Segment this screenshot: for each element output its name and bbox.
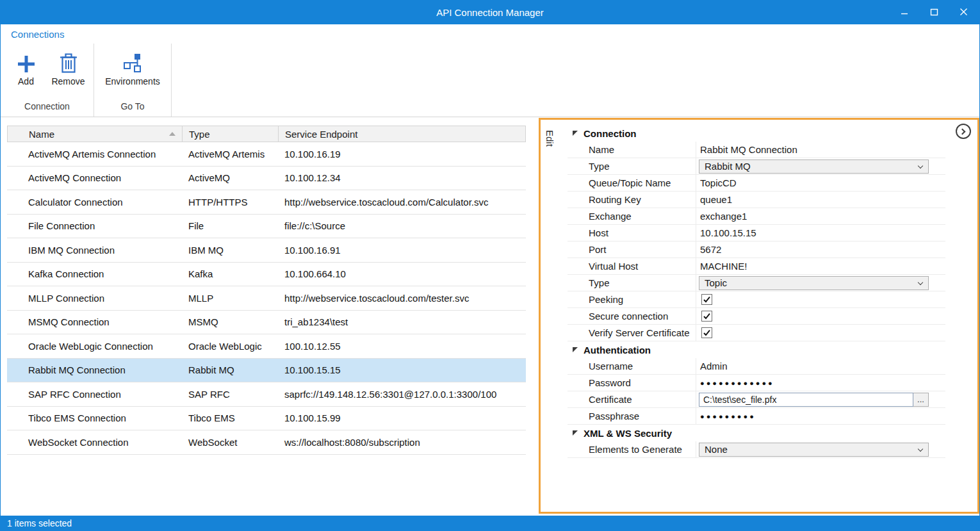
- cell-type: MSMQ: [182, 316, 278, 327]
- masked-password-value[interactable]: ●●●●●●●●●●●●: [700, 379, 774, 387]
- cell-endpoint: 100.10.12.55: [278, 341, 526, 352]
- column-header-endpoint[interactable]: Service Endpoint: [279, 126, 525, 142]
- dropdown[interactable]: Rabbit MQ: [699, 159, 929, 174]
- masked-password-value[interactable]: ●●●●●●●●●: [700, 413, 756, 420]
- dropdown-selected-value: Rabbit MQ: [705, 161, 751, 172]
- property-value: [696, 325, 945, 341]
- cell-type: Rabbit MQ: [182, 364, 278, 375]
- remove-button[interactable]: Remove: [47, 45, 90, 99]
- file-path-input[interactable]: C:\test\sec_file.pfx: [699, 393, 913, 407]
- table-row[interactable]: ActiveMQ Artemis ConnectionActiveMQ Arte…: [7, 142, 526, 167]
- property-value: Admin: [696, 358, 945, 374]
- ribbon-body: Add Remo: [1, 44, 979, 117]
- column-header-endpoint-label: Service Endpoint: [285, 129, 357, 140]
- property-label: Peeking: [568, 291, 696, 307]
- property-label: Elements to Generate: [568, 441, 696, 457]
- checkbox[interactable]: [701, 327, 712, 338]
- edit-tab-label[interactable]: Edit: [544, 130, 555, 147]
- property-row: Peeking: [568, 291, 945, 308]
- table-body: ActiveMQ Artemis ConnectionActiveMQ Arte…: [7, 142, 526, 455]
- cell-name: ActiveMQ Connection: [7, 172, 182, 183]
- value-text[interactable]: Admin: [700, 361, 728, 372]
- tab-connections[interactable]: Connections: [11, 29, 64, 40]
- cell-type: ActiveMQ Artemis: [182, 149, 278, 159]
- dropdown[interactable]: None: [699, 443, 929, 457]
- cell-endpoint: ws://localhost:8080/subscription: [278, 437, 526, 448]
- section-header[interactable]: XML & WS Security: [568, 425, 945, 441]
- section-title: Connection: [584, 128, 637, 139]
- property-label: Verify Server Certificate: [568, 325, 696, 341]
- property-row: Exchangeexchange1: [568, 208, 945, 225]
- checkbox[interactable]: [701, 294, 712, 305]
- table-row[interactable]: MLLP ConnectionMLLPhttp://webservice.tos…: [7, 286, 526, 311]
- cell-type: HTTP/HTTPS: [182, 197, 278, 208]
- minimize-button[interactable]: [890, 0, 919, 24]
- value-text[interactable]: Rabbit MQ Connection: [700, 144, 797, 155]
- value-text[interactable]: TopicCD: [700, 177, 737, 188]
- property-value: TopicCD: [696, 175, 945, 191]
- table-row[interactable]: ActiveMQ ConnectionActiveMQ10.100.12.34: [7, 167, 526, 191]
- maximize-icon: [930, 7, 938, 18]
- table-row[interactable]: Rabbit MQ ConnectionRabbit MQ10.100.15.1…: [7, 359, 526, 383]
- property-row: Passphrase●●●●●●●●●: [568, 408, 945, 425]
- value-text[interactable]: 5672: [700, 244, 721, 255]
- maximize-button[interactable]: [919, 0, 949, 24]
- property-label: Host: [568, 225, 696, 241]
- property-label: Exchange: [568, 208, 696, 224]
- property-value: Rabbit MQ: [696, 158, 945, 174]
- cell-name: File Connection: [7, 220, 182, 231]
- cell-name: MSMQ Connection: [7, 316, 182, 327]
- cell-type: Oracle WebLogic: [182, 341, 278, 352]
- dropdown-selected-value: Topic: [705, 277, 727, 288]
- chevron-right-icon: [960, 128, 966, 135]
- section-collapse-icon: [573, 131, 578, 136]
- environments-button[interactable]: Environments: [97, 45, 168, 99]
- property-label: Passphrase: [568, 408, 696, 424]
- collapse-panel-button[interactable]: [956, 124, 971, 139]
- section-collapse-icon: [573, 430, 578, 436]
- cell-endpoint: http://webservice.toscacloud.com/Calcula…: [278, 197, 526, 208]
- cell-type: Kafka: [182, 268, 278, 279]
- table-row[interactable]: WebSocket ConnectionWebSocketws://localh…: [7, 430, 526, 455]
- cell-endpoint: 10.100.664.10: [278, 268, 526, 279]
- cell-endpoint: http://webservice.toscacloud.com/tester.…: [278, 293, 526, 304]
- remove-button-label: Remove: [51, 76, 85, 86]
- main-area: Name Type Service Endpoint ActiveMQ Arte…: [1, 117, 979, 516]
- chevron-down-icon: [918, 163, 923, 168]
- connections-table: Name Type Service Endpoint ActiveMQ Arte…: [7, 126, 526, 455]
- cell-type: IBM MQ: [182, 245, 278, 256]
- close-button[interactable]: [949, 0, 978, 24]
- table-row[interactable]: Oracle WebLogic ConnectionOracle WebLogi…: [7, 334, 526, 359]
- cell-type: SAP RFC: [182, 389, 278, 400]
- property-value: 10.100.15.15: [696, 225, 945, 241]
- table-row[interactable]: Tibco EMS ConnectionTibco EMS10.100.15.9…: [7, 407, 526, 431]
- value-text[interactable]: MACHINE!: [700, 261, 747, 272]
- property-row: Password●●●●●●●●●●●●: [568, 375, 945, 391]
- table-row[interactable]: MSMQ ConnectionMSMQtri_ab1234\test: [7, 311, 526, 335]
- browse-button[interactable]: ...: [913, 393, 929, 407]
- status-bar: 1 items selected: [1, 516, 979, 531]
- property-value: queue1: [696, 192, 945, 208]
- add-button[interactable]: Add: [5, 45, 47, 99]
- table-row[interactable]: File ConnectionFilefile://c:\Source: [7, 215, 526, 239]
- dropdown[interactable]: Topic: [699, 276, 929, 290]
- value-text[interactable]: 10.100.15.15: [700, 227, 756, 238]
- column-header-type-label: Type: [189, 129, 210, 140]
- table-row[interactable]: Kafka ConnectionKafka10.100.664.10: [7, 263, 526, 287]
- ribbon-group-goto: Environments Go To: [94, 44, 172, 117]
- property-row: Host10.100.15.15: [568, 225, 945, 241]
- section-header[interactable]: Connection: [568, 125, 945, 142]
- property-row: NameRabbit MQ Connection: [568, 142, 945, 158]
- environments-button-label: Environments: [105, 76, 160, 86]
- column-header-name[interactable]: Name: [8, 126, 183, 142]
- table-row[interactable]: SAP RFC ConnectionSAP RFCsaprfc://149.14…: [7, 382, 526, 407]
- section-header[interactable]: Authentication: [568, 341, 945, 358]
- table-row[interactable]: Calculator ConnectionHTTP/HTTPShttp://we…: [7, 190, 526, 215]
- table-row[interactable]: IBM MQ ConnectionIBM MQ10.100.16.91: [7, 238, 526, 263]
- checkbox[interactable]: [701, 311, 712, 322]
- close-icon: [960, 7, 968, 18]
- column-header-type[interactable]: Type: [183, 126, 279, 142]
- edit-panel: Edit ConnectionNameRabbit MQ ConnectionT…: [539, 118, 979, 514]
- value-text[interactable]: exchange1: [700, 211, 747, 222]
- value-text[interactable]: queue1: [700, 194, 732, 205]
